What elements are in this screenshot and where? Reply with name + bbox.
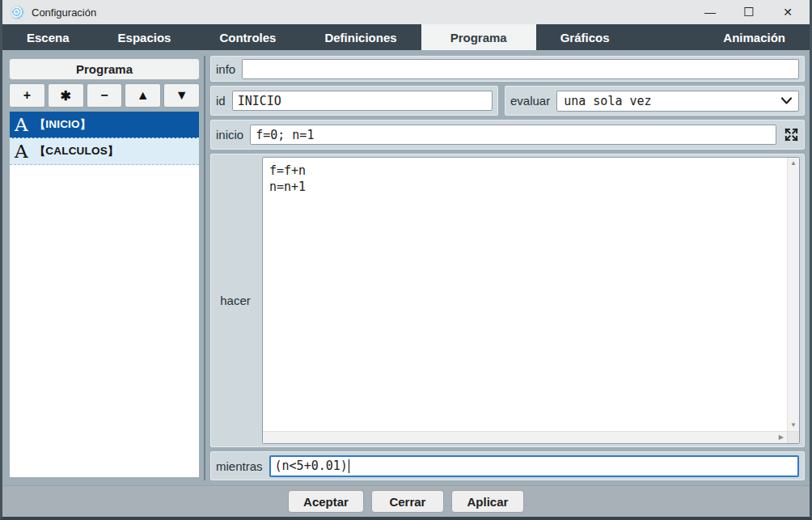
- vertical-scrollbar[interactable]: ▲ ▼: [787, 158, 799, 431]
- tab-definiciones[interactable]: Definiciones: [300, 24, 421, 50]
- id-input[interactable]: [232, 91, 493, 111]
- tab-escena[interactable]: Escena: [2, 24, 94, 50]
- mientras-row: mientras (n<5+0.01): [210, 451, 805, 480]
- list-item-calculos[interactable]: A 【CALCULOS】: [10, 138, 199, 165]
- evaluar-select[interactable]: una sola vez: [556, 91, 799, 112]
- mientras-input[interactable]: (n<5+0.01): [269, 455, 799, 477]
- mientras-label: mientras: [216, 459, 263, 473]
- algorithm-type-icon: A: [15, 116, 28, 134]
- program-list: A 【INICIO】 A 【CALCULOS】: [9, 111, 200, 478]
- app-icon: [11, 6, 24, 19]
- evaluar-box: evaluar una sola vez: [505, 86, 805, 116]
- content-area: Programa + ✱ − ▲ ▼ A 【INICIO】 A 【CALCULO…: [2, 50, 810, 485]
- algorithm-type-icon: A: [15, 142, 28, 161]
- inicio-label: inicio: [216, 128, 243, 142]
- window-controls: — ☐ ✕: [696, 2, 801, 23]
- evaluar-selected-value: una sola vez: [564, 94, 781, 108]
- hacer-row: hacer f=f+n n=n+1 ▲ ▼ ▶: [210, 154, 805, 447]
- scroll-up-icon[interactable]: ▲: [790, 160, 797, 167]
- id-evaluar-row: id evaluar una sola vez: [210, 86, 805, 116]
- footer-bar: Aceptar Cerrar Aplicar: [2, 485, 810, 517]
- list-item-inicio[interactable]: A 【INICIO】: [10, 112, 199, 138]
- horizontal-scrollbar[interactable]: ▶: [263, 431, 787, 443]
- close-dialog-button[interactable]: Cerrar: [371, 490, 444, 513]
- tab-animacion[interactable]: Animación: [699, 24, 810, 50]
- window-title: Configuración: [32, 6, 96, 19]
- inicio-row: inicio: [210, 120, 805, 150]
- configuration-window: Configuración — ☐ ✕ Escena Espacios Cont…: [0, 0, 812, 520]
- info-row: info: [210, 56, 805, 82]
- close-button[interactable]: ✕: [774, 2, 801, 23]
- move-up-button[interactable]: ▲: [125, 83, 161, 108]
- remove-program-button[interactable]: −: [87, 83, 123, 108]
- program-form: info id evaluar una sola vez: [210, 56, 805, 480]
- minimize-button[interactable]: —: [696, 2, 724, 23]
- tab-espacios[interactable]: Espacios: [94, 24, 196, 50]
- expand-icon[interactable]: [783, 126, 799, 144]
- hacer-editor: f=f+n n=n+1 ▲ ▼ ▶: [262, 157, 800, 444]
- evaluar-label: evaluar: [510, 94, 550, 108]
- scroll-down-icon[interactable]: ▼: [790, 422, 797, 429]
- mientras-value: (n<5+0.01): [275, 459, 348, 473]
- tab-programa[interactable]: Programa: [421, 24, 536, 50]
- program-list-toolbar: + ✱ − ▲ ▼: [9, 83, 200, 108]
- maximize-button[interactable]: ☐: [735, 2, 763, 23]
- list-item-label: 【CALCULOS】: [35, 144, 119, 159]
- info-label: info: [216, 62, 235, 76]
- tab-controles[interactable]: Controles: [195, 24, 300, 50]
- hacer-textarea[interactable]: f=f+n n=n+1: [263, 158, 787, 431]
- tab-graficos[interactable]: Gráficos: [536, 24, 634, 50]
- id-label: id: [216, 94, 226, 108]
- titlebar: Configuración — ☐ ✕: [2, 0, 810, 24]
- move-down-button[interactable]: ▼: [163, 83, 200, 108]
- accept-button[interactable]: Aceptar: [288, 490, 364, 513]
- id-box: id: [210, 86, 498, 116]
- apply-button[interactable]: Aplicar: [451, 490, 524, 513]
- chevron-down-icon: [781, 97, 792, 104]
- inicio-input[interactable]: [250, 125, 776, 145]
- program-list-panel: Programa + ✱ − ▲ ▼ A 【INICIO】 A 【CALCULO…: [6, 56, 205, 480]
- scrollbar-corner: [787, 431, 799, 443]
- hacer-label: hacer: [220, 294, 251, 307]
- duplicate-program-button[interactable]: ✱: [48, 83, 84, 108]
- add-program-button[interactable]: +: [9, 83, 45, 108]
- tab-bar: Escena Espacios Controles Definiciones P…: [2, 24, 810, 50]
- program-list-header: Programa: [9, 58, 200, 80]
- list-item-label: 【INICIO】: [35, 117, 91, 132]
- text-caret: [349, 459, 350, 473]
- info-input[interactable]: [242, 59, 799, 79]
- scroll-right-icon[interactable]: ▶: [779, 434, 784, 441]
